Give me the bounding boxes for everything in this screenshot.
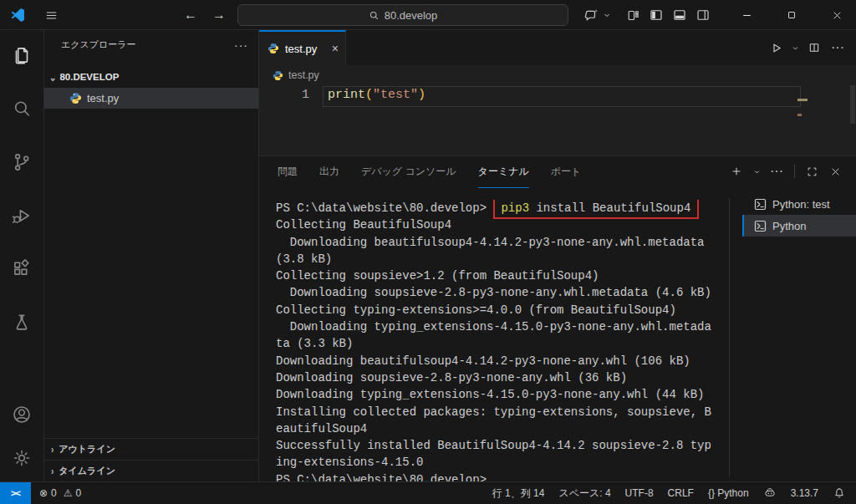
copilot-icon [763, 486, 777, 500]
panel-actions: ··· [727, 162, 844, 181]
folder-row-80-develop[interactable]: ⌄ 80.DEVELOP [44, 67, 258, 87]
activity-item-testing[interactable] [0, 303, 44, 343]
error-icon: ⊗ [39, 487, 48, 499]
status-bell-icon[interactable] [833, 486, 846, 500]
terminal-tab[interactable]: Python [742, 215, 856, 237]
explorer-icon [11, 44, 33, 66]
run-dropdown-chevron-icon[interactable] [789, 38, 801, 58]
new-terminal-icon[interactable] [727, 162, 746, 181]
chevron-right-icon: › [51, 443, 54, 455]
terminal-icon [754, 220, 767, 232]
terminal-output-line: eautifulSoup4 [276, 420, 726, 437]
window-minimize-button[interactable] [734, 0, 759, 30]
code-token: "test" [373, 88, 418, 102]
activity-item-run-and-debug[interactable] [0, 196, 44, 236]
chevron-right-icon: › [51, 465, 54, 476]
terminal-output-line: Downloading typing_extensions-4.15.0-py3… [276, 318, 726, 335]
nav-back-button[interactable]: ← [180, 0, 201, 30]
account-icon [11, 404, 33, 425]
copilot-icon[interactable] [580, 0, 602, 30]
code-editor[interactable]: 1 print("test") [259, 85, 856, 155]
source-control-icon [11, 151, 33, 173]
toggle-secondary-sidebar-icon[interactable] [692, 0, 714, 30]
terminal-output-line: Downloading beautifulsoup4-4.14.2-py3-no… [276, 234, 726, 251]
activity-item-account[interactable] [0, 395, 44, 435]
status-item[interactable]: 3.13.7 [791, 487, 818, 499]
split-editor-icon[interactable] [804, 38, 824, 58]
remote-indicator[interactable]: >< [0, 482, 31, 504]
terminal-output-line: Downloading soupsieve-2.8-py3-none-any.w… [276, 284, 726, 301]
status-item[interactable]: UTF-8 [625, 487, 654, 499]
search-icon [369, 10, 380, 21]
settings-icon [11, 447, 33, 469]
terminal-icon [754, 198, 767, 211]
warning-icon: ⚠ [64, 487, 73, 499]
customize-layout-icon[interactable] [622, 0, 644, 30]
status-item[interactable]: CRLF [668, 487, 694, 499]
nav-forward-button[interactable]: → [208, 0, 230, 30]
timeline-label: タイムライン [59, 465, 115, 477]
line-number: 1 [284, 88, 309, 102]
problems-status[interactable]: ⊗ 0 ⚠ 0 [39, 487, 81, 499]
terminal-output[interactable]: PS C:\data\website\80.develop> pip3 inst… [276, 200, 726, 481]
terminal-tab-label: Python [772, 220, 806, 232]
editor-scrollbar[interactable] [850, 85, 855, 124]
timeline-section[interactable]: › タイムライン [44, 460, 258, 481]
code-line-1: print("test") [328, 88, 425, 102]
window-maximize-button[interactable] [779, 0, 804, 30]
terminal-output-line: Successfully installed BeautifulSoup4-4.… [276, 437, 726, 454]
status-bar: >< ⊗ 0 ⚠ 0 行 1、列 14スペース: 4UTF-8CRLF{} Py… [0, 481, 856, 504]
terminal-tabs-list: Python: testPython [742, 193, 856, 481]
code-token: ) [418, 88, 425, 102]
menu-hamburger-icon[interactable] [38, 0, 64, 30]
panel-tab[interactable]: デバッグ コンソール [361, 156, 456, 188]
activity-item-settings[interactable] [0, 438, 44, 478]
copilot-chevron-icon[interactable] [600, 0, 614, 30]
close-panel-icon[interactable] [826, 162, 844, 181]
run-python-file-icon[interactable] [766, 38, 786, 58]
terminal-command-line: PS C:\data\website\80.develop> pip3 inst… [276, 200, 726, 216]
breadcrumb-file: test.py [288, 69, 319, 81]
breadcrumb[interactable]: test.py [259, 65, 856, 85]
code-token: print [328, 88, 365, 102]
file-row-test-py[interactable]: test.py [44, 88, 258, 109]
activity-item-extensions[interactable] [0, 249, 44, 289]
activity-item-search[interactable] [0, 89, 44, 129]
status-copilot-icon[interactable] [763, 486, 777, 500]
sidebar-title: エクスプローラー [61, 38, 136, 51]
activity-item-source-control[interactable] [0, 142, 44, 182]
terminal-output-line: Downloading typing_extensions-4.15.0-py3… [276, 386, 726, 403]
maximize-panel-icon[interactable] [802, 162, 821, 181]
toggle-panel-icon[interactable] [669, 0, 690, 30]
minimap[interactable] [797, 89, 814, 94]
search-value: 80.develop [385, 9, 438, 22]
panel-tab[interactable]: 問題 [278, 156, 298, 188]
panel-tab[interactable]: ターミナル [478, 156, 529, 188]
highlighted-command: pip3 install BeautifulSoup4 [493, 200, 699, 219]
window-close-button[interactable] [824, 0, 849, 30]
status-item[interactable]: {} Python [708, 487, 749, 499]
command-center-search[interactable]: 80.develop [237, 4, 568, 26]
python-file-icon [268, 43, 279, 54]
tab-test-py[interactable]: test.py × [259, 30, 346, 65]
editor-more-actions-icon[interactable]: ··· [828, 38, 848, 58]
activity-item-explorer[interactable] [0, 35, 44, 75]
code-token: ( [365, 88, 373, 102]
toggle-primary-sidebar-icon[interactable] [645, 0, 667, 30]
run-and-debug-icon [11, 205, 33, 227]
panel-tab[interactable]: 出力 [319, 156, 339, 188]
tab-close-icon[interactable]: × [332, 42, 339, 55]
tab-label: test.py [285, 43, 317, 55]
sidebar-more-actions-icon[interactable]: ··· [234, 38, 248, 52]
panel-tab[interactable]: ポート [551, 156, 582, 188]
chevron-down-icon: ⌄ [49, 71, 56, 83]
status-item[interactable]: 行 1、列 14 [492, 486, 545, 501]
terminal-dropdown-chevron-icon[interactable] [751, 162, 762, 181]
status-item[interactable]: スペース: 4 [558, 486, 610, 501]
terminal-tab[interactable]: Python: test [742, 193, 856, 215]
python-file-icon [273, 70, 283, 81]
outline-label: アウトライン [59, 443, 115, 456]
panel-more-actions-icon[interactable]: ··· [767, 162, 786, 181]
terminal-output-line: Collecting typing-extensions>=4.0.0 (fro… [276, 302, 726, 318]
outline-section[interactable]: › アウトライン [44, 438, 258, 460]
